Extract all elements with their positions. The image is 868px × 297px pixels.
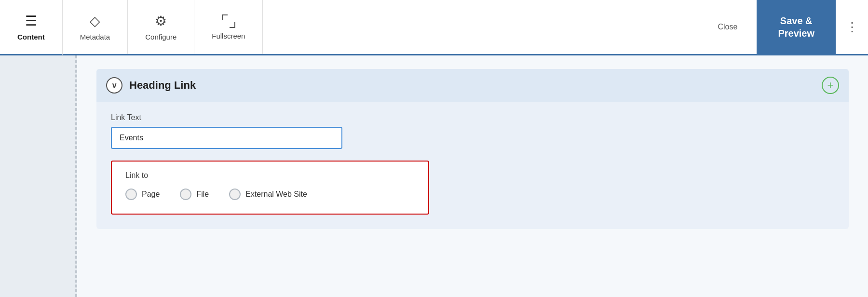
tab-configure-label: Configure bbox=[145, 33, 176, 41]
section-header: Heading Link bbox=[96, 69, 849, 102]
more-menu-icon bbox=[846, 20, 858, 35]
link-text-input[interactable] bbox=[111, 127, 342, 149]
save-preview-button[interactable]: Save &Preview bbox=[757, 0, 836, 54]
toolbar-spacer bbox=[263, 0, 698, 54]
radio-file-label: File bbox=[196, 190, 209, 199]
link-text-field-group: Link Text bbox=[111, 113, 834, 149]
link-text-label: Link Text bbox=[111, 113, 834, 122]
plus-icon bbox=[827, 79, 834, 92]
section-body: Link Text Link to Page File bbox=[96, 102, 849, 229]
metadata-icon bbox=[90, 13, 100, 29]
toolbar: Content Metadata Configure Fullscreen Cl… bbox=[0, 0, 868, 55]
radio-external-label: External Web Site bbox=[245, 190, 307, 199]
main-content: Heading Link Link Text Link to bbox=[0, 55, 868, 297]
left-sidebar-inner bbox=[52, 55, 76, 297]
chevron-down-icon bbox=[111, 81, 117, 90]
close-button[interactable]: Close bbox=[698, 23, 757, 31]
tab-content[interactable]: Content bbox=[0, 0, 63, 55]
content-icon bbox=[25, 13, 37, 29]
tab-fullscreen[interactable]: Fullscreen bbox=[194, 0, 263, 54]
tab-content-label: Content bbox=[17, 33, 45, 41]
heading-link-section: Heading Link Link Text Link to bbox=[96, 69, 849, 229]
radio-page-label: Page bbox=[142, 190, 160, 199]
tab-metadata-label: Metadata bbox=[80, 33, 110, 41]
radio-file-circle bbox=[180, 189, 191, 200]
more-menu-button[interactable] bbox=[836, 0, 868, 54]
tab-fullscreen-label: Fullscreen bbox=[212, 32, 245, 40]
toolbar-right: Close Save &Preview bbox=[698, 0, 868, 54]
radio-external-circle bbox=[229, 189, 241, 200]
link-to-radio-group: Page File External Web Site bbox=[125, 189, 415, 200]
left-sidebar bbox=[0, 55, 77, 297]
editor-area: Heading Link Link Text Link to bbox=[77, 55, 868, 297]
radio-option-file[interactable]: File bbox=[180, 189, 209, 200]
section-title: Heading Link bbox=[129, 79, 196, 92]
radio-option-page[interactable]: Page bbox=[125, 189, 160, 200]
add-button[interactable] bbox=[822, 77, 839, 94]
link-to-label: Link to bbox=[125, 171, 415, 180]
radio-option-external[interactable]: External Web Site bbox=[229, 189, 307, 200]
collapse-button[interactable] bbox=[106, 77, 122, 94]
link-to-box: Link to Page File External Web Sit bbox=[111, 161, 429, 215]
radio-page-circle bbox=[125, 189, 137, 200]
section-header-left: Heading Link bbox=[106, 77, 196, 94]
fullscreen-icon bbox=[222, 14, 235, 28]
tab-configure[interactable]: Configure bbox=[128, 0, 194, 54]
configure-icon bbox=[155, 13, 167, 29]
tab-metadata[interactable]: Metadata bbox=[63, 0, 128, 54]
